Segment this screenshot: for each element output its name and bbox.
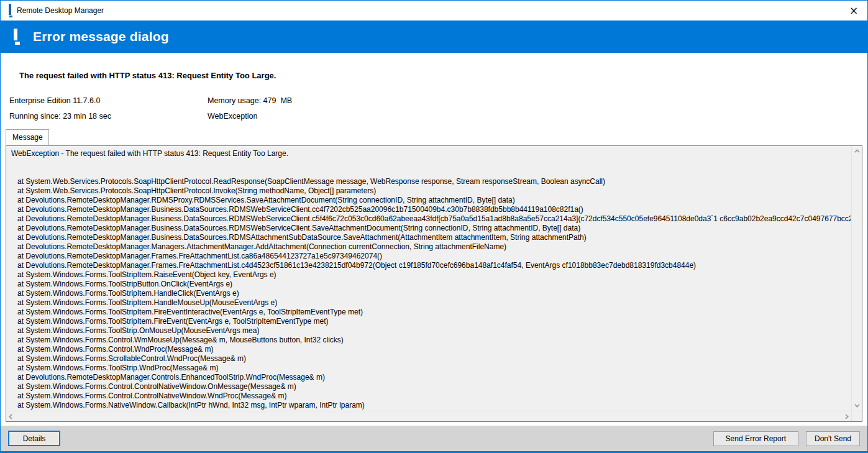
memory-usage-label: Memory usage: 479 MB xyxy=(208,96,867,105)
dialog-body: The request failed with HTTP status 413:… xyxy=(1,53,867,426)
rdm-logo-icon xyxy=(14,30,17,42)
details-button[interactable]: Details xyxy=(8,431,60,446)
running-since-label: Running since: 23 min 18 sec xyxy=(9,112,208,121)
scrollbar-corner xyxy=(851,411,862,421)
info-grid: Enterprise Edition 11.7.6.0 Memory usage… xyxy=(9,96,867,121)
edition-label: Enterprise Edition 11.7.6.0 xyxy=(9,96,208,105)
dont-send-button[interactable]: Don't Send xyxy=(806,431,860,446)
horizontal-scrollbar[interactable] xyxy=(6,411,851,421)
close-icon: × xyxy=(849,4,858,17)
dialog-header: Error message dialog xyxy=(1,21,867,53)
exception-type-label: WebException xyxy=(208,112,867,121)
tab-message[interactable]: Message xyxy=(6,129,49,145)
tab-bar: Message xyxy=(6,129,867,145)
stack-trace-text[interactable]: WebException - The request failed with H… xyxy=(6,146,851,411)
scroll-right-icon[interactable] xyxy=(843,414,848,419)
close-button[interactable]: × xyxy=(845,2,862,19)
scroll-up-icon[interactable] xyxy=(854,149,859,154)
dialog-title: Error message dialog xyxy=(33,29,169,44)
footer-bar: Details Send Error Report Don't Send xyxy=(1,426,867,451)
app-icon xyxy=(9,5,11,16)
window-title: Remote Desktop Manager xyxy=(17,6,104,15)
send-error-report-button[interactable]: Send Error Report xyxy=(713,431,798,446)
stack-trace-box: WebException - The request failed with H… xyxy=(6,145,862,422)
error-summary: The request failed with HTTP status 413:… xyxy=(19,71,867,80)
scroll-left-icon[interactable] xyxy=(9,414,14,419)
title-bar: Remote Desktop Manager × xyxy=(1,1,867,21)
error-dialog-window: Remote Desktop Manager × Error message d… xyxy=(0,0,868,453)
vertical-scrollbar[interactable] xyxy=(851,146,862,411)
scroll-down-icon[interactable] xyxy=(854,402,859,407)
